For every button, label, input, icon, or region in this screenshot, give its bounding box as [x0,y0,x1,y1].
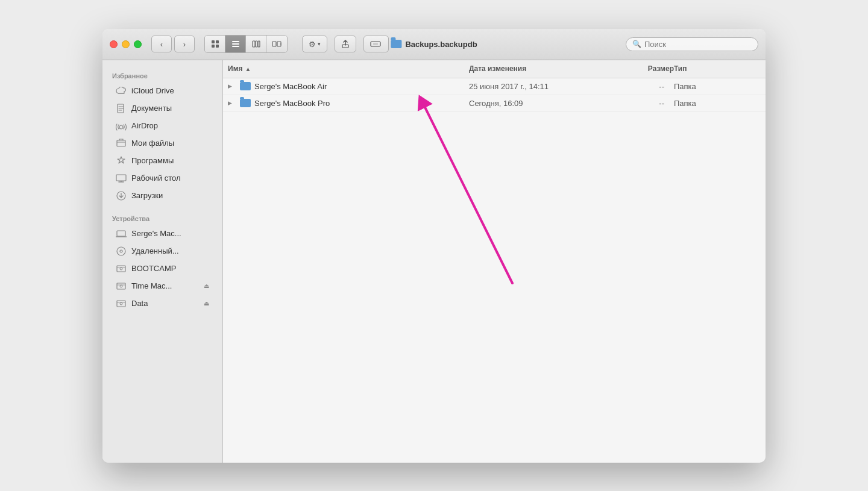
svg-rect-8 [256,41,257,47]
bootcamp-icon [116,263,127,274]
sidebar-item-apps[interactable]: Программы [106,152,219,169]
svg-point-26 [120,285,122,287]
close-button[interactable] [110,40,118,48]
view-buttons [204,35,288,53]
window-title: Backups.backupdb [405,40,477,49]
laptop-icon [116,228,127,239]
svg-rect-7 [253,41,255,47]
folder-icon-1 [240,82,251,90]
content-area: Имя ▲ Дата изменения Размер Тип ▶ [223,60,766,463]
forward-icon: › [183,40,186,49]
sidebar-item-remote[interactable]: Удаленный... [106,243,219,260]
share-icon [341,40,350,48]
data-icon [116,298,127,309]
sidebar-label-mac: Serge's Mac... [131,229,181,238]
sidebar-item-bootcamp[interactable]: BOOTCAMP [106,260,219,277]
gallery-view-icon [272,40,281,48]
file-list: ▶ Serge's MacBook Air 25 июня 2017 г., 1… [223,78,766,463]
svg-rect-17 [117,140,125,146]
table-row[interactable]: ▶ Serge's MacBook Air 25 июня 2017 г., 1… [223,78,766,95]
annotation-arrow [223,78,766,319]
share-btn[interactable] [335,36,356,52]
sidebar-item-icloud[interactable]: iCloud Drive [106,83,219,99]
file-name-2: Serge's MacBook Pro [254,99,330,108]
file-name-1: Serge's MacBook Air [254,82,327,91]
col-header-type[interactable]: Тип [674,64,761,73]
sidebar-label-apps: Программы [131,156,174,165]
expand-arrow-2[interactable]: ▶ [228,100,236,106]
file-name-cell-2: ▶ Serge's MacBook Pro [228,99,469,108]
eject-icon-data[interactable]: ⏏ [204,300,209,307]
gear-icon: ⚙ [309,40,316,49]
search-icon: 🔍 [632,40,641,48]
col-header-size[interactable]: Размер [602,64,674,73]
view-icon-btn[interactable] [205,36,225,52]
table-row[interactable]: ▶ Serge's MacBook Pro Сегодня, 16:09 -- … [223,95,766,112]
title-folder-icon [391,40,401,48]
back-button[interactable]: ‹ [151,36,172,52]
tag-btn[interactable] [363,36,389,52]
view-list-btn[interactable] [225,36,246,52]
col-header-date[interactable]: Дата изменения [469,64,602,73]
eject-icon-timemac[interactable]: ⏏ [204,283,209,289]
file-type-1: Папка [674,82,761,91]
devices-header: Устройства [102,210,222,225]
sidebar-item-desktop[interactable]: Рабочий стол [106,170,219,187]
svg-rect-5 [232,43,239,45]
col-header-name[interactable]: Имя ▲ [228,64,469,73]
view-gallery-btn[interactable] [266,36,287,52]
sidebar-item-mac[interactable]: Serge's Mac... [106,225,219,242]
icon-grid-icon [211,40,219,48]
sidebar-label-bootcamp: BOOTCAMP [131,264,176,273]
svg-point-28 [120,302,122,305]
sidebar-item-timemac[interactable]: Time Mac... ⏏ [106,278,219,295]
file-size-2: -- [602,99,674,108]
svg-rect-0 [212,40,215,43]
sidebar-item-airdrop[interactable]: AirDrop [106,117,219,134]
svg-rect-2 [212,45,215,48]
window-title-area: Backups.backupdb [391,40,477,49]
folder-icon-2 [240,99,251,107]
nav-buttons: ‹ › [151,36,195,52]
traffic-lights [110,40,142,48]
svg-point-24 [120,267,122,270]
maximize-button[interactable] [134,40,142,48]
svg-point-22 [120,250,122,252]
back-icon: ‹ [160,40,163,49]
sidebar-label-airdrop: AirDrop [131,121,158,130]
svg-rect-6 [232,46,239,47]
downloads-icon [116,190,127,201]
svg-point-16 [119,125,123,129]
sidebar-item-data[interactable]: Data ⏏ [106,295,219,312]
search-input[interactable] [644,40,752,49]
sidebar-label-remote: Удаленный... [131,246,179,255]
sort-arrow: ▲ [245,66,251,72]
documents-icon [116,103,127,114]
sidebar-label-myfiles: Мои файлы [131,139,174,148]
view-column-btn[interactable] [246,36,266,52]
column-view-icon [252,40,260,48]
search-box[interactable]: 🔍 [626,37,758,51]
svg-rect-3 [216,45,219,48]
file-size-1: -- [602,82,674,91]
sidebar-label-data: Data [131,299,148,308]
file-type-2: Папка [674,99,761,108]
sidebar-item-myfiles[interactable]: Мои файлы [106,135,219,152]
svg-rect-27 [117,301,125,307]
sidebar-label-icloud: iCloud Drive [131,86,174,95]
sidebar-label-downloads: Загрузки [131,191,163,200]
action-dropdown-btn[interactable]: ⚙ ▾ [302,36,327,52]
sidebar-label-desktop: Рабочий стол [131,174,181,183]
apps-icon [116,155,127,166]
svg-rect-4 [232,41,239,42]
svg-rect-20 [117,231,125,236]
sidebar: Избранное iCloud Drive Документы [102,60,223,463]
sidebar-item-documents[interactable]: Документы [106,100,219,117]
expand-arrow-1[interactable]: ▶ [228,83,236,89]
favorites-header: Избранное [102,67,222,82]
file-name-cell: ▶ Serge's MacBook Air [228,82,469,91]
forward-button[interactable]: › [174,36,195,52]
minimize-button[interactable] [122,40,130,48]
sidebar-label-timemac: Time Mac... [131,281,172,290]
sidebar-item-downloads[interactable]: Загрузки [106,187,219,204]
